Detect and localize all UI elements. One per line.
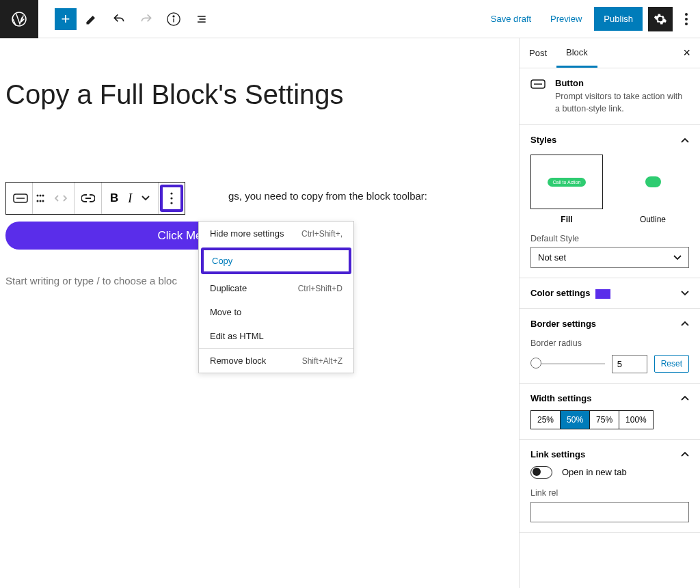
block-type-icon[interactable] <box>6 183 33 214</box>
post-title[interactable]: Copy a Full Block's Settings <box>5 79 519 110</box>
menu-hide-more-settings[interactable]: Hide more settings Ctrl+Shift+, <box>199 222 353 245</box>
reset-button[interactable]: Reset <box>654 355 689 373</box>
block-name: Button <box>555 78 689 88</box>
width-100[interactable]: 100% <box>619 411 653 429</box>
svg-point-17 <box>40 200 42 202</box>
editor-canvas[interactable]: Copy a Full Block's Settings gs, you nee… <box>0 38 519 588</box>
publish-button[interactable]: Publish <box>594 7 643 31</box>
chevron-up-icon <box>681 137 689 143</box>
link-rel-input[interactable] <box>530 502 689 522</box>
width-75[interactable]: 75% <box>590 411 619 429</box>
paragraph-text-fragment: gs, you need to copy from the block tool… <box>228 190 427 202</box>
svg-point-14 <box>42 195 44 197</box>
svg-point-9 <box>685 23 688 25</box>
style-option-outline[interactable] <box>617 155 689 209</box>
chevron-up-icon <box>681 395 689 401</box>
empty-block-placeholder[interactable]: Start writing or type / to choose a bloc <box>5 275 177 286</box>
link-rel-label: Link rel <box>530 488 689 498</box>
outline-icon[interactable] <box>189 7 213 31</box>
menu-duplicate[interactable]: Duplicate Ctrl+Shift+D <box>199 276 353 300</box>
svg-point-15 <box>42 200 44 202</box>
close-sidebar-icon[interactable]: × <box>683 46 690 60</box>
width-panel-toggle[interactable]: Width settings <box>530 393 689 403</box>
svg-point-16 <box>40 195 42 197</box>
menu-edit-html[interactable]: Edit as HTML <box>199 324 353 348</box>
move-arrows[interactable] <box>48 183 75 214</box>
default-style-label: Default Style <box>530 234 689 243</box>
block-toolbar: B I <box>5 182 185 215</box>
italic-button[interactable]: I <box>128 191 132 206</box>
svg-point-3 <box>173 15 174 16</box>
svg-point-7 <box>685 13 688 16</box>
svg-point-20 <box>171 202 173 204</box>
format-more-chevron[interactable] <box>142 196 150 201</box>
edit-icon[interactable] <box>79 7 104 31</box>
more-menu-icon[interactable] <box>678 7 695 31</box>
button-block-text: Click Me <box>157 229 202 243</box>
settings-gear-button[interactable] <box>648 7 673 31</box>
open-new-tab-toggle[interactable] <box>530 466 552 479</box>
undo-icon[interactable] <box>107 7 131 31</box>
color-swatch <box>595 289 610 299</box>
menu-move-to[interactable]: Move to <box>199 300 353 324</box>
svg-point-12 <box>37 195 39 197</box>
svg-point-8 <box>685 18 688 21</box>
border-radius-input[interactable] <box>612 355 647 373</box>
redo-icon <box>134 7 159 31</box>
color-panel-toggle[interactable]: Color settings <box>530 288 689 299</box>
bold-button[interactable]: B <box>110 191 118 205</box>
width-25[interactable]: 25% <box>531 411 561 429</box>
default-style-select[interactable]: Not set <box>530 247 689 268</box>
border-radius-slider[interactable] <box>530 363 605 364</box>
svg-point-13 <box>37 200 39 202</box>
top-toolbar: + Save draft Preview Publish <box>0 0 700 38</box>
info-icon[interactable] <box>161 7 186 31</box>
menu-remove-block[interactable]: Remove block Shift+Alt+Z <box>199 349 353 373</box>
chevron-down-icon <box>673 255 682 260</box>
width-50[interactable]: 50% <box>561 411 590 429</box>
chevron-down-icon <box>681 291 689 296</box>
block-options-dropdown: Hide more settings Ctrl+Shift+, Copy Dup… <box>198 221 354 373</box>
border-radius-label: Border radius <box>530 338 689 348</box>
settings-sidebar: Post Block × Button Prompt visitors to t… <box>519 38 700 588</box>
link-icon[interactable] <box>75 183 102 214</box>
add-block-button[interactable]: + <box>55 8 77 30</box>
block-type-icon <box>530 78 546 115</box>
svg-point-19 <box>171 197 173 199</box>
save-draft-button[interactable]: Save draft <box>484 8 538 29</box>
style-option-fill[interactable]: Call to Action <box>530 155 603 209</box>
styles-panel-toggle[interactable]: Styles <box>530 135 689 145</box>
tab-post[interactable]: Post <box>520 40 556 66</box>
svg-point-18 <box>171 192 173 194</box>
link-panel-toggle[interactable]: Link settings <box>530 449 689 459</box>
chevron-up-icon <box>681 321 689 326</box>
wordpress-logo[interactable] <box>0 0 38 38</box>
menu-copy[interactable]: Copy <box>201 248 351 274</box>
block-more-options-button[interactable] <box>160 185 183 212</box>
width-button-group: 25% 50% 75% 100% <box>530 410 654 429</box>
border-panel-toggle[interactable]: Border settings <box>530 319 689 329</box>
preview-button[interactable]: Preview <box>543 8 589 29</box>
tab-block[interactable]: Block <box>556 39 597 68</box>
chevron-up-icon <box>681 451 689 457</box>
block-description: Prompt visitors to take action with a bu… <box>555 91 689 115</box>
drag-handle-icon[interactable] <box>33 183 48 214</box>
open-new-tab-label: Open in new tab <box>562 467 627 477</box>
